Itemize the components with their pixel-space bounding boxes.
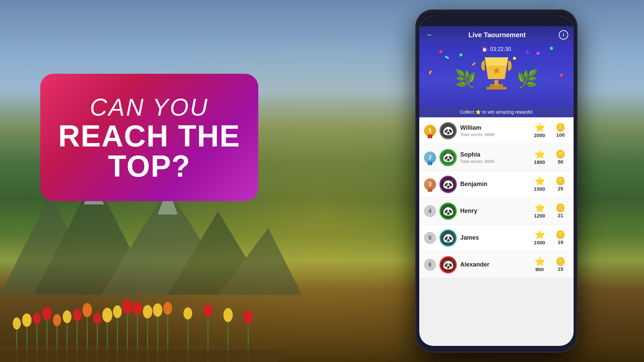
player-info-benjamin: Benjamin xyxy=(460,181,527,188)
svg-text:★: ★ xyxy=(492,65,501,76)
svg-point-40 xyxy=(33,313,41,324)
svg-point-33 xyxy=(13,317,21,329)
player-name: William xyxy=(460,124,527,131)
player-info-james: James xyxy=(460,234,527,241)
coins-icon: 🪙 xyxy=(555,257,566,265)
rank-number: 4 xyxy=(429,208,432,214)
rank-number: 6 xyxy=(429,262,432,268)
svg-rect-51 xyxy=(494,80,498,85)
player-info-alexander: Alexander xyxy=(460,261,527,268)
svg-point-34 xyxy=(113,305,122,318)
player-info-henry: Henry xyxy=(460,207,527,215)
svg-point-35 xyxy=(153,303,162,317)
coins-value: 19 xyxy=(558,239,564,245)
player-words: Total words: 8880 xyxy=(460,159,527,164)
star-icon: ⭐ xyxy=(534,230,545,239)
svg-point-41 xyxy=(73,309,82,321)
coins-value: 100 xyxy=(556,132,565,138)
leaderboard-row: 5 🐼 James ⭐ 1000 🪙 19 xyxy=(419,225,574,251)
svg-point-43 xyxy=(133,302,142,315)
rank-badge-1: 1 xyxy=(424,125,436,137)
svg-point-28 xyxy=(63,310,71,323)
coins-area-henry: 🪙 21 xyxy=(552,204,569,218)
rank-number: 2 xyxy=(429,155,432,161)
score-value: 1800 xyxy=(534,159,545,165)
player-words: Total words: 8888 xyxy=(460,132,527,137)
ribbon-2 xyxy=(428,162,432,166)
app-title: Live Taournement xyxy=(435,31,559,39)
leaderboard-row: 1 🐼 William Total words: 8888 ⭐ 2000 🪙 1… xyxy=(419,117,574,144)
status-bar xyxy=(419,16,574,26)
leaderboard[interactable]: 1 🐼 William Total words: 8888 ⭐ 2000 🪙 1… xyxy=(419,117,574,278)
coins-icon: 🪙 xyxy=(555,204,566,212)
rank-badge-5: 5 xyxy=(424,232,436,244)
svg-point-44 xyxy=(83,303,92,317)
avatar-alexander: 🐼 xyxy=(439,256,457,274)
tulips-svg xyxy=(0,255,278,362)
score-value: 1500 xyxy=(534,186,545,192)
back-button[interactable]: ← xyxy=(425,29,435,40)
rank-badge-2: 2 xyxy=(424,152,436,164)
player-name: Sophia xyxy=(460,151,527,158)
score-area-alexander: ⭐ 900 xyxy=(530,257,549,272)
timer-display: ⏰ 03:22:30 xyxy=(482,46,511,52)
svg-point-45 xyxy=(163,302,172,315)
timer-icon: ⏰ xyxy=(482,47,487,52)
coins-icon: 🪙 xyxy=(555,231,566,239)
rank-number: 3 xyxy=(429,181,432,187)
avatar-james: 🐼 xyxy=(439,229,457,247)
player-name: Alexander xyxy=(460,261,527,268)
score-area-benjamin: ⭐ 1500 xyxy=(530,177,549,192)
svg-point-36 xyxy=(42,307,52,320)
avatar-sophia: 🐼 xyxy=(439,149,457,166)
coins-icon: 🪙 xyxy=(555,150,566,158)
svg-point-46 xyxy=(53,314,61,326)
coins-value: 25 xyxy=(558,186,564,191)
ribbon-1 xyxy=(428,135,432,139)
phone-mockup: ← Live Taournement i xyxy=(416,10,577,352)
svg-point-39 xyxy=(244,310,253,323)
svg-point-32 xyxy=(223,308,233,322)
player-name: James xyxy=(460,234,527,241)
back-arrow-icon: ← xyxy=(426,31,434,39)
svg-point-37 xyxy=(122,299,132,314)
svg-point-31 xyxy=(183,307,192,319)
svg-point-38 xyxy=(204,304,212,316)
star-icon: ⭐ xyxy=(534,203,545,212)
svg-rect-48 xyxy=(0,350,278,362)
coins-icon: 🪙 xyxy=(555,123,566,131)
promo-line3: TOP? xyxy=(108,151,191,181)
collect-bar: Collect ⭐ to win amazing rewards! xyxy=(419,107,574,117)
player-info-william: William Total words: 8888 xyxy=(460,124,527,137)
star-icon: ⭐ xyxy=(534,257,545,266)
leaderboard-row: 6 🐼 Alexander ⭐ 900 🪙 15 xyxy=(419,251,574,278)
coins-value: 21 xyxy=(558,213,564,218)
ribbon-3 xyxy=(428,188,432,192)
rank-number: 5 xyxy=(429,235,432,241)
leaderboard-row: 3 🐼 Benjamin ⭐ 1500 🪙 25 xyxy=(419,171,574,198)
coins-area-sophia: 🪙 50 xyxy=(552,150,569,165)
promo-line1: CAN YOU xyxy=(90,94,209,121)
score-value: 1000 xyxy=(534,240,545,245)
score-value: 2000 xyxy=(534,132,545,138)
svg-point-29 xyxy=(102,308,112,322)
star-icon: ⭐ xyxy=(534,150,545,159)
rank-badge-3: 3 xyxy=(424,178,436,190)
timer-value: 03:22:30 xyxy=(490,46,511,52)
app-header: ← Live Taournement i xyxy=(419,26,574,44)
collect-text: Collect ⭐ to win amazing rewards! xyxy=(460,109,533,115)
player-name: Henry xyxy=(460,207,527,215)
player-name: Benjamin xyxy=(460,181,527,188)
avatar-henry: 🐼 xyxy=(439,202,457,220)
coins-value: 15 xyxy=(558,266,564,272)
avatar-william: 🐼 xyxy=(439,122,457,139)
score-area-sophia: ⭐ 1800 xyxy=(530,150,549,165)
leaderboard-row: 4 🐼 Henry ⭐ 1200 🪙 21 xyxy=(419,198,574,225)
svg-point-42 xyxy=(93,313,101,324)
trophy-area: 🌿 ★ 🌿 xyxy=(454,54,538,91)
star-icon: ⭐ xyxy=(534,123,545,132)
score-value: 1200 xyxy=(534,213,545,219)
avatar-benjamin: 🐼 xyxy=(439,176,457,193)
info-button[interactable]: i xyxy=(559,30,568,40)
svg-point-30 xyxy=(143,305,152,318)
